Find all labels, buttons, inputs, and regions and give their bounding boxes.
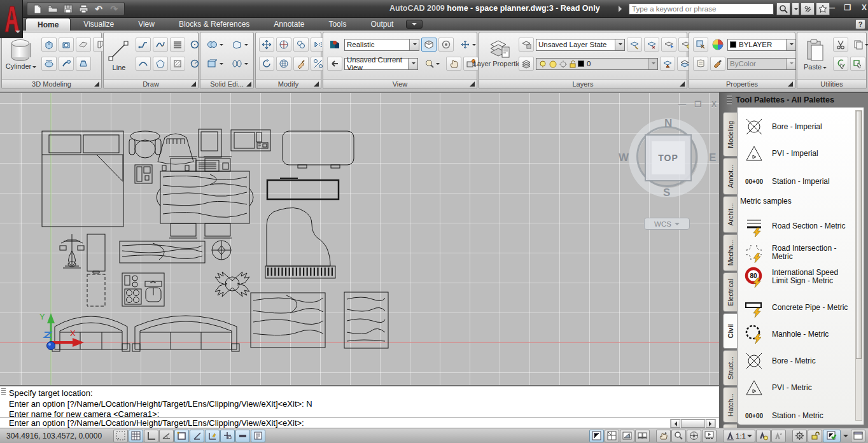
palette-tab-mechanical[interactable]: Mecha... [723,234,737,271]
dyn-toggle[interactable] [220,430,235,442]
infocenter-arrow-icon[interactable] [619,6,625,12]
block-rug-2[interactable] [344,292,388,348]
presspull-button[interactable] [59,38,74,52]
hatch-button[interactable] [170,38,185,52]
palette-tab-civil[interactable]: Civil [723,313,738,349]
quick-view-drawings-button[interactable] [635,430,650,442]
panel-label[interactable]: Properties [689,79,795,88]
layer-isolate-button[interactable] [627,38,642,52]
zoom-tool-button[interactable] [671,430,686,442]
undo-pick-button[interactable] [833,57,848,71]
solid-edit-faces-button[interactable] [228,38,251,52]
tool-bore-metric[interactable]: Bore - Metric [741,349,853,372]
revolve-button[interactable] [41,57,57,71]
tool-pvi-imperial[interactable]: PVI - Imperial [741,142,853,165]
block-double-bed[interactable] [42,131,123,227]
status-tray-button[interactable] [823,430,841,442]
layer-properties-button[interactable]: Layer Properties [482,36,516,79]
extrude-button[interactable] [41,38,57,52]
polyline-button[interactable] [136,38,151,52]
tool-road-section-metric[interactable]: Road Section - Metric [741,214,853,237]
palette-tab-hatches[interactable]: Hatch... [723,387,737,423]
search-dropdown-button[interactable] [792,3,799,15]
palette-tab-electrical[interactable]: Electrical [723,272,737,312]
block-sofa[interactable] [283,131,354,168]
clean-screen-button[interactable] [851,430,865,442]
pan-button[interactable] [446,57,461,71]
tray-menu-button[interactable] [841,430,850,442]
drawing-canvas[interactable]: — ❐ X [0,92,719,385]
toolbar-lock-button[interactable] [808,430,822,442]
camera-display-button[interactable] [438,38,454,52]
snap-toggle[interactable] [113,430,128,442]
plot-style-brush-button[interactable] [710,57,725,71]
3d-rotate-button[interactable] [276,38,291,52]
plot-button[interactable] [77,3,90,15]
extract-edges-button[interactable] [204,57,227,71]
sweep-button[interactable] [59,57,74,71]
block-ceiling-fan[interactable] [212,241,231,260]
ortho-toggle[interactable] [144,430,158,442]
showmotion-button[interactable] [702,430,717,442]
paste-button[interactable]: Paste [800,36,830,79]
palette-grip[interactable] [727,95,732,104]
viewcube[interactable]: TOP N S W E [629,118,708,197]
block-garage-door[interactable] [52,316,130,351]
command-window[interactable]: Specify target location: Enter an option… [0,385,719,428]
layer-state-select[interactable]: Unsaved Layer State [536,39,625,51]
palette-tab-modeling[interactable]: Modeling [723,112,737,157]
3d-align-button[interactable] [276,57,291,71]
tool-speed-limit-sign-metric[interactable]: 80 International Speed Limit Sign - Metr… [741,265,853,288]
annotation-scale-button[interactable]: 1:1 [723,430,755,442]
tab-visualize[interactable]: Visualize [72,18,125,31]
qp-toggle[interactable] [251,430,265,442]
pan-tool-button[interactable] [656,430,671,442]
cylinder-button[interactable]: Cylinder [4,36,38,79]
redo-button[interactable]: ↷ [108,3,120,15]
workspace-switching-button[interactable] [792,430,807,442]
close-button[interactable]: X [858,3,868,13]
layer-select[interactable]: 0 [536,58,658,70]
command-grip[interactable] [1,388,6,395]
osnap-toggle[interactable] [174,430,189,442]
palette-scroll-thumb[interactable] [856,111,862,359]
restore-button[interactable]: ❐ [841,3,854,13]
tool-pvi-metric[interactable]: PVI - Metric [741,376,853,399]
viewcube-east[interactable]: E [709,151,716,164]
zoom-extents-button[interactable] [420,57,444,71]
search-input[interactable] [629,3,774,15]
tool-manhole-metric[interactable]: Manhole - Metric [741,323,853,346]
lwt-toggle[interactable] [235,430,250,442]
orbit-button[interactable] [456,38,480,52]
ducs-toggle[interactable] [205,430,220,442]
tool-station-metric[interactable]: 00+00 Station - Metric [741,404,853,427]
block-office-chair[interactable] [129,131,161,158]
block-computer[interactable] [196,129,228,171]
model-button[interactable] [589,430,604,442]
layer-states-icon-button[interactable] [519,38,534,52]
polygon-button[interactable] [153,57,168,71]
block-media-unit[interactable] [231,130,270,151]
block-armchair[interactable] [158,134,193,171]
scroll-left-button[interactable] [671,419,680,428]
tool-road-intersection-metric[interactable]: Road Intersection - Metric [741,241,853,264]
tool-concrete-pipe-metric[interactable]: Concrete Pipe - Metric [741,296,853,319]
union-button[interactable] [204,38,227,52]
panel-label[interactable]: Utilities [797,79,866,88]
layer-unisolate-button[interactable] [644,38,659,52]
viewcube-display-button[interactable] [421,38,437,52]
viewcube-top-face[interactable]: TOP [645,134,692,181]
panel-label[interactable]: Modify [256,79,321,88]
redo-pick-button[interactable] [850,57,865,71]
previous-view-button[interactable] [327,57,342,71]
viewcube-west[interactable]: W [619,151,629,164]
coordinates-readout[interactable]: 304.4916, 103.4572, 0.0000 [0,432,113,440]
drawing-close-button[interactable]: X [708,101,720,109]
region-button[interactable] [170,57,185,71]
viewcube-north[interactable]: N [664,117,672,130]
rotate-button[interactable] [259,57,274,71]
application-menu-button[interactable] [0,0,23,38]
save-button[interactable] [62,3,74,15]
palette-tab-structural[interactable]: Struct... [723,350,737,386]
scroll-right-button[interactable] [706,419,715,428]
